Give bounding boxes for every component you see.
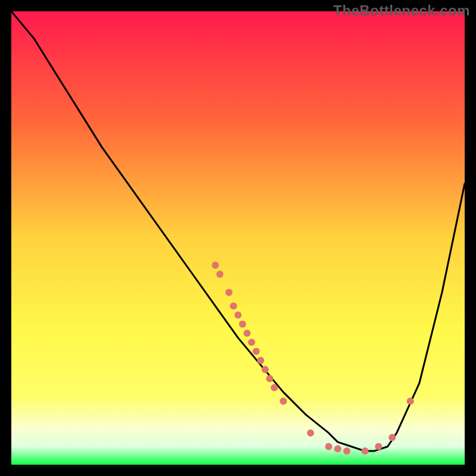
curve-dot <box>334 445 342 452</box>
curve-dot <box>243 330 250 337</box>
curve-dot <box>217 271 224 278</box>
curve-dot <box>234 312 242 319</box>
curve-dot <box>389 434 396 441</box>
curve-dot <box>375 443 382 450</box>
curve-dot <box>239 321 246 328</box>
curve-path <box>11 11 465 451</box>
curve-dot <box>266 375 273 382</box>
chart-svg <box>11 11 465 465</box>
curve-dot <box>253 348 260 355</box>
curve-markers <box>212 262 414 455</box>
curve-dot <box>407 397 414 405</box>
chart-frame: TheBottleneck.com <box>0 0 476 476</box>
curve-dot <box>230 302 237 309</box>
curve-dot <box>361 447 368 455</box>
plot-area <box>11 11 465 465</box>
curve-dot <box>226 289 233 296</box>
curve-dot <box>307 430 314 437</box>
curve-dot <box>280 397 287 405</box>
curve-dot <box>257 357 264 364</box>
curve-dot <box>262 366 269 373</box>
curve-dot <box>248 339 255 346</box>
curve-dot <box>212 262 219 269</box>
curve-line <box>11 11 465 451</box>
curve-dot <box>343 447 350 455</box>
curve-dot <box>325 443 332 450</box>
watermark-text: TheBottleneck.com <box>333 2 470 19</box>
curve-dot <box>271 384 278 392</box>
